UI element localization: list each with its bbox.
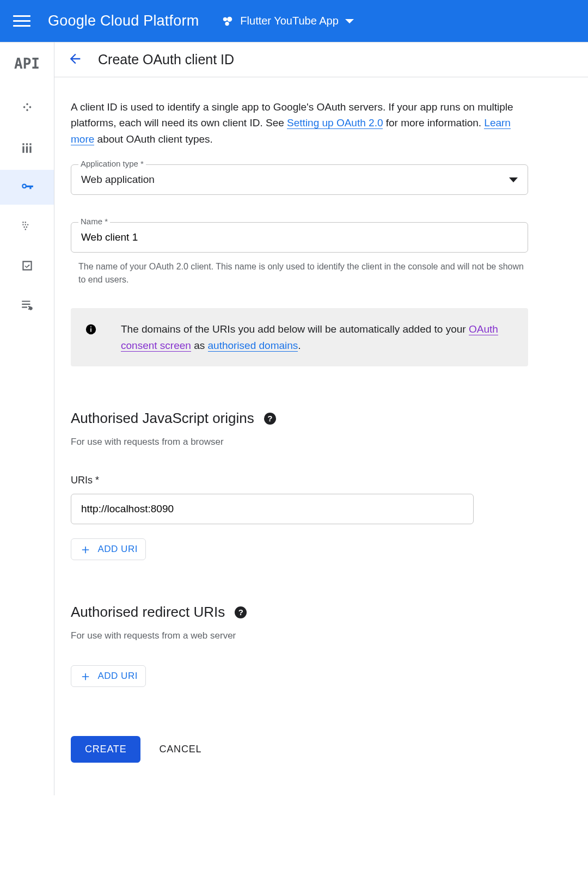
library-icon xyxy=(20,141,34,155)
svg-rect-5 xyxy=(90,327,91,328)
info-text: The domains of the URIs you add below wi… xyxy=(121,321,514,353)
name-input[interactable] xyxy=(71,222,528,253)
project-picker[interactable]: Flutter YouTube App xyxy=(222,15,354,27)
intro-text: for more information. xyxy=(386,117,485,128)
rail-item-dashboard[interactable] xyxy=(0,91,54,126)
svg-point-2 xyxy=(225,21,229,25)
main: Create OAuth client ID A client ID is us… xyxy=(54,42,588,795)
name-helper-text: The name of your OAuth 2.0 client. This … xyxy=(78,260,526,286)
name-label: Name * xyxy=(78,217,110,226)
redirect-uris-heading: Authorised redirect URIs xyxy=(71,604,225,621)
hamburger-menu-icon[interactable] xyxy=(13,13,30,30)
app-type-select[interactable]: Web application xyxy=(71,164,528,195)
uri-input-0[interactable] xyxy=(71,494,474,524)
left-rail: API xyxy=(0,42,54,795)
uris-label: URIs * xyxy=(71,475,528,486)
page-header: Create OAuth client ID xyxy=(54,42,588,77)
top-bar: Google Cloud Platform Flutter YouTube Ap… xyxy=(0,0,588,42)
intro-text: about OAuth client types. xyxy=(97,133,213,145)
svg-point-1 xyxy=(227,16,232,21)
brand-rest: Cloud Platform xyxy=(96,13,199,29)
back-button[interactable] xyxy=(68,51,83,69)
field-client-name: Name * xyxy=(71,222,528,253)
project-name: Flutter YouTube App xyxy=(240,15,339,27)
plus-icon: ＋ xyxy=(79,670,93,683)
consent-icon xyxy=(20,219,34,234)
content: A client ID is used to identify a single… xyxy=(54,77,544,795)
info-icon xyxy=(85,323,97,335)
section-redirect-uris: Authorised redirect URIs ? xyxy=(71,604,528,621)
rail-item-page-usage[interactable] xyxy=(0,287,54,322)
svg-rect-4 xyxy=(90,328,91,332)
rail-item-credentials[interactable] xyxy=(0,170,54,205)
brand-word-google: Google xyxy=(48,13,96,29)
app-type-value: Web application xyxy=(81,174,155,186)
link-authorised-domains[interactable]: authorised domains xyxy=(208,340,298,352)
help-icon[interactable]: ? xyxy=(264,413,276,425)
section-js-origins: Authorised JavaScript origins ? xyxy=(71,410,528,427)
form-actions: CREATE CANCEL xyxy=(71,736,528,763)
platform-brand: Google Cloud Platform xyxy=(48,13,199,29)
plus-icon: ＋ xyxy=(79,543,93,556)
caret-down-icon xyxy=(345,19,354,23)
dashboard-icon xyxy=(20,102,34,116)
add-uri-label: ADD URI xyxy=(98,544,138,555)
project-hex-icon xyxy=(222,15,234,27)
list-settings-icon xyxy=(20,298,34,312)
check-box-icon xyxy=(20,259,34,273)
link-setup-oauth[interactable]: Setting up OAuth 2.0 xyxy=(287,117,383,129)
rail-item-library[interactable] xyxy=(0,131,54,165)
redirect-uris-subtext: For use with requests from a web server xyxy=(71,630,528,641)
help-icon[interactable]: ? xyxy=(235,606,247,618)
add-uri-button-redirects[interactable]: ＋ ADD URI xyxy=(71,665,146,687)
app-type-label: Application type * xyxy=(78,159,146,168)
js-origins-heading: Authorised JavaScript origins xyxy=(71,410,254,427)
field-application-type: Application type * Web application xyxy=(71,164,528,195)
rail-item-domain-verification[interactable] xyxy=(0,248,54,283)
intro-paragraph: A client ID is used to identify a single… xyxy=(71,99,528,147)
cancel-button[interactable]: CANCEL xyxy=(159,744,201,755)
create-button[interactable]: CREATE xyxy=(71,736,140,763)
arrow-left-icon xyxy=(68,51,83,66)
js-origins-subtext: For use with requests from a browser xyxy=(71,437,528,447)
api-section-label: API xyxy=(14,56,40,72)
info-box: The domains of the URIs you add below wi… xyxy=(71,308,528,366)
key-icon xyxy=(20,180,34,194)
page-title: Create OAuth client ID xyxy=(98,52,234,68)
add-uri-label: ADD URI xyxy=(98,671,138,682)
svg-point-0 xyxy=(223,17,227,21)
dropdown-caret-icon xyxy=(509,177,518,182)
rail-item-oauth-consent[interactable] xyxy=(0,209,54,244)
add-uri-button-origins[interactable]: ＋ ADD URI xyxy=(71,538,146,560)
